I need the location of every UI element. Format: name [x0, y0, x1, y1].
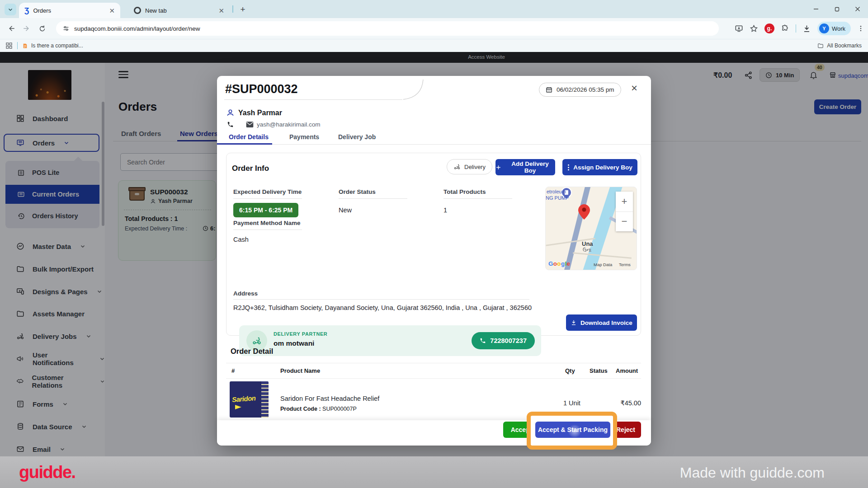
download-invoice-label: Download Invoice	[580, 319, 632, 326]
made-with-guidde-label: Made with guidde.com	[680, 465, 825, 481]
browser-menu-dots-icon[interactable]	[857, 25, 864, 32]
add-delivery-boy-button[interactable]: Add Delivery Boy	[495, 159, 555, 175]
order-info-heading: Order Info	[232, 164, 269, 173]
map-city-label: Una	[582, 240, 593, 247]
apps-grid-icon[interactable]	[5, 42, 13, 49]
map-city-native-label: ઉના	[583, 247, 591, 253]
close-window-button[interactable]	[847, 0, 868, 18]
bookmark-label: Is there a compatibi...	[31, 42, 83, 49]
bookmark-star-icon[interactable]	[750, 24, 758, 33]
reload-button[interactable]	[34, 21, 50, 36]
customer-name: Yash Parmar	[238, 109, 282, 117]
dots-vertical-icon	[567, 164, 570, 171]
map-minor-road	[573, 252, 632, 258]
field-underline	[339, 198, 407, 199]
plus-icon	[495, 164, 501, 170]
url-bar[interactable]: supdaqcom.boniii.com/admin/layout/order/…	[56, 21, 719, 36]
col-header-hash: #	[231, 367, 235, 374]
field-underline	[443, 198, 512, 199]
order-info-section: Order Info Delivery Add Delivery Boy Ass…	[226, 153, 641, 336]
back-button[interactable]	[4, 21, 19, 36]
map-data-label[interactable]: Map Data	[594, 262, 612, 267]
field-label-edt: Expected Delivery Time	[233, 188, 302, 195]
address-label: Address	[233, 290, 258, 297]
product-image-side-strip	[261, 381, 269, 418]
back-arrow-icon	[7, 24, 15, 33]
delivery-pill-label: Delivery	[464, 164, 486, 170]
site-settings-tune-icon[interactable]	[62, 25, 70, 32]
download-icon	[571, 319, 577, 326]
delivery-type-pill[interactable]: Delivery	[447, 159, 492, 174]
product-qty: 1 Unit	[563, 399, 580, 407]
add-delivery-boy-label: Add Delivery Boy	[505, 160, 555, 174]
new-tab-button[interactable]: +	[237, 4, 249, 15]
modal-active-tab-underline	[217, 143, 272, 145]
product-code: Product Code : SUP000007P	[280, 406, 357, 412]
modal-tab-payments[interactable]: Payments	[289, 133, 319, 141]
assign-delivery-boy-button[interactable]: Assign Delivery Boy	[562, 159, 637, 175]
order-detail-modal: #SUP000032 06/02/2026 05:35 pm × Yash Pa…	[217, 76, 651, 446]
map-terms-link[interactable]: Terms	[619, 262, 631, 267]
browser-profile-button[interactable]: Y Work	[817, 22, 851, 35]
map-zoom-in-button[interactable]: +	[616, 192, 633, 211]
guidde-extension-icon[interactable]: g.	[764, 23, 774, 33]
product-code-label: Product Code :	[280, 406, 321, 412]
chevron-down-icon	[8, 7, 13, 12]
tab-close-icon[interactable]: ✕	[109, 7, 115, 14]
delivery-partner-name: om motwani	[274, 339, 314, 347]
tab-title: Orders	[33, 7, 51, 14]
tab-close-icon[interactable]: ✕	[218, 7, 224, 14]
maximize-button[interactable]	[826, 0, 847, 18]
boniii-favicon-icon: Ʒ	[24, 7, 29, 14]
product-image-arrow	[235, 405, 241, 409]
field-label-status: Order Status	[339, 188, 376, 195]
bookmarks-bar: Is there a compatibi... All Bookmarks	[0, 39, 868, 52]
phone-icon	[480, 338, 486, 344]
modal-tab-delivery-job[interactable]: Delivery Job	[338, 133, 376, 141]
downloads-icon[interactable]	[802, 24, 811, 33]
minimize-icon	[813, 6, 819, 12]
tab-divider	[232, 5, 233, 13]
product-image-brand-text: Saridon	[231, 394, 255, 404]
download-invoice-button[interactable]: Download Invoice	[566, 314, 637, 331]
product-name: Saridon For Fast Headache Relief	[280, 395, 379, 402]
phone-icon	[227, 121, 234, 128]
reject-label: Reject	[616, 426, 635, 433]
map-place-label: NG PUMP	[546, 195, 569, 201]
field-underline	[233, 230, 302, 230]
order-status-value: New	[339, 206, 352, 214]
map-zoom-out-button[interactable]: −	[616, 211, 633, 232]
customer-email: yash@harakirimail.com	[257, 121, 321, 128]
order-datetime-pill[interactable]: 06/02/2026 05:35 pm	[539, 83, 621, 97]
forward-arrow-icon	[23, 24, 31, 33]
tab-new-tab[interactable]: New tab ✕	[128, 3, 230, 18]
all-bookmarks-label: All Bookmarks	[827, 42, 862, 49]
extensions-puzzle-icon[interactable]	[781, 24, 789, 33]
tab-search-chevron-button[interactable]	[5, 4, 16, 15]
modal-tabs-divider	[217, 144, 651, 145]
install-app-icon[interactable]	[735, 24, 743, 33]
modal-close-button[interactable]: ×	[627, 81, 641, 95]
guidde-footer: guidde. Made with guidde.com	[0, 456, 868, 488]
cursor-indicator	[568, 424, 581, 438]
google-map[interactable]: etroleum NG PUMP Una ઉના Google Map Data…	[545, 187, 637, 270]
edt-time-badge: 6:15 PM - 6:25 PM	[233, 203, 298, 217]
modal-tab-order-details[interactable]: Order Details	[229, 133, 269, 141]
order-detail-heading: Order Detail	[231, 347, 273, 356]
all-bookmarks-button[interactable]: All Bookmarks	[817, 42, 862, 49]
toolbar-divider	[796, 24, 796, 33]
col-header-status: Status	[590, 367, 608, 374]
forward-button[interactable]	[19, 21, 34, 36]
toolbar-right-cluster: g. Y Work	[735, 21, 864, 36]
bookmark-item[interactable]: Is there a compatibi...	[22, 42, 83, 49]
modal-order-id: #SUP000032	[225, 82, 298, 96]
tab-orders[interactable]: Ʒ Orders ✕	[19, 3, 120, 18]
map-place-label: etroleum	[547, 189, 566, 194]
google-logo: Google	[548, 260, 570, 267]
mail-icon	[246, 121, 254, 128]
field-underline	[233, 198, 302, 199]
title-divider	[224, 99, 402, 100]
partner-phone-button[interactable]: 7228007237	[472, 332, 535, 349]
minimize-button[interactable]	[806, 0, 826, 18]
field-label-payment: Payment Method Name	[233, 220, 301, 226]
